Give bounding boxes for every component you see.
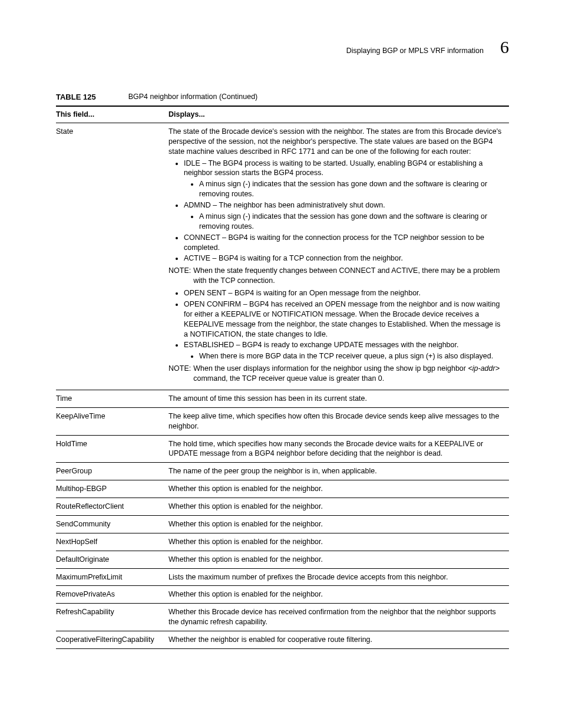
ip-addr-placeholder: <ip-addr>	[468, 364, 500, 373]
field-desc: Whether this option is enabled for the n…	[168, 480, 509, 498]
field-name: HoldTime	[56, 435, 168, 463]
table-row: NextHopSelf Whether this option is enabl…	[56, 533, 509, 551]
note: NOTE: When the state frequently changes …	[168, 266, 505, 286]
field-name: KeepAliveTime	[56, 407, 168, 435]
table-row: State The state of the Brocade device's …	[56, 123, 509, 390]
field-name: State	[56, 123, 168, 390]
field-desc: Whether this Brocade device has received…	[168, 604, 509, 631]
field-desc: Whether this option is enabled for the n…	[168, 586, 509, 604]
col-header-displays: Displays...	[168, 106, 509, 123]
table-row: MaximumPrefixLimit Lists the maximum num…	[56, 568, 509, 586]
col-header-field: This field...	[56, 106, 168, 123]
table-row: DefaultOriginate Whether this option is …	[56, 551, 509, 568]
field-desc: Whether this option is enabled for the n…	[168, 533, 509, 551]
field-desc: The hold time, which specifies how many …	[168, 435, 509, 463]
note: NOTE: When the user displays information…	[168, 364, 505, 384]
table-row: Multihop-EBGP Whether this option is ena…	[56, 480, 509, 498]
table-title: BGP4 neighbor information (Continued)	[128, 92, 258, 103]
field-desc: The amount of time this session has been…	[168, 390, 509, 407]
table-row: KeepAliveTime The keep alive time, which…	[56, 407, 509, 435]
field-name: Multihop-EBGP	[56, 480, 168, 498]
table-row: CooperativeFilteringCapability Whether t…	[56, 631, 509, 649]
field-name: DefaultOriginate	[56, 551, 168, 568]
note-label: NOTE:	[168, 266, 191, 286]
field-desc: Lists the maximum number of prefixes the…	[168, 568, 509, 586]
note-label: NOTE:	[168, 364, 191, 384]
list-item: OPEN CONFIRM – BGP4 has received an OPEN…	[184, 299, 505, 340]
table-row: RouteReflectorClient Whether this option…	[56, 498, 509, 516]
field-name: CooperativeFilteringCapability	[56, 631, 168, 649]
table-row: Time The amount of time this session has…	[56, 390, 509, 407]
list-item: CONNECT – BGP4 is waiting for the connec…	[184, 233, 505, 253]
table-row: SendCommunity Whether this option is ena…	[56, 515, 509, 533]
field-name: RefreshCapability	[56, 604, 168, 631]
table-caption: TABLE 125 BGP4 neighbor information (Con…	[56, 92, 509, 103]
field-name: RemovePrivateAs	[56, 586, 168, 604]
list-item: ESTABLISHED – BGP4 is ready to exchange …	[184, 340, 505, 361]
list-item: A minus sign (-) indicates that the sess…	[199, 179, 505, 199]
field-desc: Whether this option is enabled for the n…	[168, 515, 509, 533]
list-item: ADMND – The neighbor has been administra…	[184, 200, 505, 232]
field-name: Time	[56, 390, 168, 407]
list-item: IDLE – The BGP4 process is waiting to be…	[184, 159, 505, 200]
field-name: MaximumPrefixLimit	[56, 568, 168, 586]
table-row: PeerGroup The name of the peer group the…	[56, 463, 509, 480]
field-desc: Whether the neighbor is enabled for coop…	[168, 631, 509, 649]
table-row: RefreshCapability Whether this Brocade d…	[56, 604, 509, 631]
note-body: When the user displays information for t…	[193, 364, 505, 384]
field-name: RouteReflectorClient	[56, 498, 168, 516]
chapter-number: 6	[500, 35, 509, 60]
list-item: A minus sign (-) indicates that the sess…	[199, 212, 505, 232]
list-item: OPEN SENT – BGP4 is waiting for an Open …	[184, 288, 505, 298]
state-intro: The state of the Brocade device's sessio…	[168, 127, 501, 156]
info-table: This field... Displays... State The stat…	[56, 106, 509, 649]
section-title: Displaying BGP or MPLS VRF information	[346, 46, 484, 56]
table-header-row: This field... Displays...	[56, 106, 509, 123]
field-desc: The keep alive time, which specifies how…	[168, 407, 509, 435]
field-name: SendCommunity	[56, 515, 168, 533]
list-item: When there is more BGP data in the TCP r…	[199, 351, 505, 361]
list-item: ACTIVE – BGP4 is waiting for a TCP conne…	[184, 253, 505, 263]
field-desc: Whether this option is enabled for the n…	[168, 551, 509, 568]
field-desc: Whether this option is enabled for the n…	[168, 498, 509, 516]
table-row: RemovePrivateAs Whether this option is e…	[56, 586, 509, 604]
field-name: NextHopSelf	[56, 533, 168, 551]
page-header: Displaying BGP or MPLS VRF information 6	[56, 35, 509, 60]
field-desc: The name of the peer group the neighbor …	[168, 463, 509, 480]
note-body: When the state frequently changes betwee…	[193, 266, 505, 286]
table-label: TABLE 125	[56, 92, 96, 103]
table-row: HoldTime The hold time, which specifies …	[56, 435, 509, 463]
field-desc: The state of the Brocade device's sessio…	[168, 123, 509, 390]
field-name: PeerGroup	[56, 463, 168, 480]
